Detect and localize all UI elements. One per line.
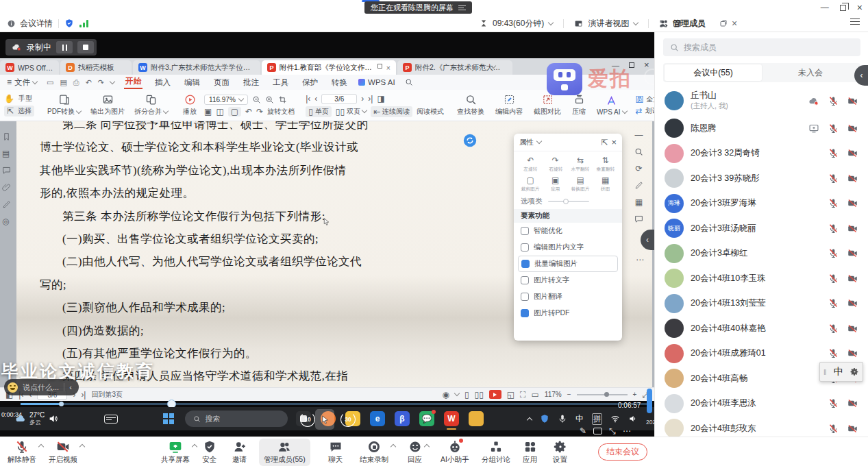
brush-tool-icon[interactable] <box>634 181 643 190</box>
chat-placeholder[interactable]: 说点什么... <box>23 382 59 393</box>
single-page-button[interactable]: ▯单页 <box>306 106 332 117</box>
meeting-details-label[interactable]: 会议详情 <box>20 18 53 29</box>
rotate-doc-label[interactable]: 旋转文档 <box>267 107 295 116</box>
props-tool-裁剪图片[interactable]: ▢裁剪图片 <box>518 175 543 193</box>
mic-muted-icon[interactable] <box>828 96 839 106</box>
camera-off-icon[interactable] <box>847 424 858 434</box>
props-tool-应用[interactable]: ▣应用 <box>543 175 569 193</box>
forward-30-button[interactable]: 30 <box>340 412 356 427</box>
wps-close-icon[interactable]: × <box>644 60 649 70</box>
close-panel-icon[interactable]: × <box>732 18 737 29</box>
prev-page-icon[interactable]: ‹ <box>314 95 317 103</box>
member-row[interactable]: 丘书山(主持人, 我) <box>655 86 868 116</box>
annotate-screen-icon[interactable] <box>593 428 602 434</box>
status-jump-label[interactable]: 回到第3页 <box>92 390 123 400</box>
layout-view-icon[interactable] <box>574 19 583 28</box>
zoom-value-box[interactable]: 116.97% <box>204 95 248 105</box>
weather-widget[interactable]: 27°C 多云 <box>15 407 45 430</box>
wps-ai-menu[interactable]: WPS AI <box>358 78 395 86</box>
panel-collapse-tab[interactable]: ‹ <box>854 65 868 86</box>
mic-muted-icon[interactable] <box>828 424 839 434</box>
status-rect-icon[interactable]: ▭ <box>532 391 539 399</box>
props-collapse-icon[interactable] <box>536 138 542 144</box>
toolbar-应用-button[interactable]: 应用 <box>518 439 542 466</box>
menu-search-icon[interactable] <box>405 78 413 86</box>
mic-muted-icon[interactable] <box>828 323 839 334</box>
zoom-out-icon[interactable] <box>252 95 261 104</box>
ime-floating-bar[interactable]: ‖ 中 <box>819 362 863 382</box>
tray-expand-icon[interactable] <box>527 417 532 422</box>
stamp-icon[interactable]: ◎ <box>2 217 11 225</box>
comment-icon[interactable] <box>2 166 11 175</box>
toolbar-AI小助手-button[interactable]: AI小助手 <box>436 439 473 466</box>
tab-close-icon[interactable]: × <box>386 64 390 72</box>
security-app-icon[interactable]: β <box>395 411 410 426</box>
camera-off-icon[interactable] <box>847 148 858 158</box>
full-translate-button[interactable]: 圆全文翻译 <box>636 95 654 104</box>
next-page-icon[interactable]: › <box>361 95 364 103</box>
timer-dropdown-icon[interactable] <box>548 19 554 25</box>
file-menu[interactable]: ≡文件 <box>7 77 37 88</box>
word-translate-button[interactable]: ⇄划词翻译 <box>636 106 654 116</box>
annotate-shrink-icon[interactable]: ⤡ <box>609 426 616 436</box>
tray-shield-icon[interactable] <box>540 414 549 424</box>
mic-muted-icon[interactable] <box>828 298 839 308</box>
split-merge-button[interactable]: 拆分合并 <box>132 94 170 116</box>
annotate-more-icon[interactable]: ⋯ <box>623 426 631 436</box>
menu-item-批注[interactable]: 批注 <box>242 77 260 88</box>
refresh-tool-icon[interactable]: ⟳ <box>635 164 642 173</box>
menu-item-页面[interactable]: 页面 <box>212 77 231 88</box>
camera-off-icon[interactable] <box>847 398 858 408</box>
find-replace-button[interactable]: 查找替换 <box>455 94 486 116</box>
mic-muted-icon[interactable] <box>828 148 839 158</box>
feature-智能优化[interactable]: 智能优化 <box>514 223 622 239</box>
feature-批量编辑图片[interactable]: 批量编辑图片 <box>518 256 618 272</box>
fit-page-icon[interactable]: ◫ <box>216 108 223 116</box>
member-row[interactable]: 陈恩腾 <box>655 116 868 141</box>
tooltip-menu-icon[interactable] <box>458 5 466 10</box>
recorder-handle[interactable] <box>647 389 652 413</box>
feedback-tool-icon[interactable] <box>634 214 643 223</box>
grid-tool-icon[interactable]: ▦ <box>635 198 643 206</box>
new-tab-button[interactable]: + <box>480 61 484 71</box>
camera-off-icon[interactable] <box>847 198 858 208</box>
status-zoom-plus[interactable]: + <box>633 391 637 398</box>
toolbar-邀请-button[interactable]: 邀请 <box>227 439 251 466</box>
quick-access-icons[interactable]: ▭▤⎙↶↷ <box>47 78 114 87</box>
rewind-10-button[interactable]: 10 <box>300 412 315 427</box>
camera-off-icon[interactable] <box>847 348 858 358</box>
rotate-left-icon[interactable]: ↶ <box>245 108 252 116</box>
camera-off-icon[interactable] <box>847 273 858 284</box>
status-play-button[interactable] <box>489 390 501 399</box>
pdf-convert-button[interactable]: PDF转换 <box>45 94 83 116</box>
chat-input-pill[interactable]: 说点什么... ‹ <box>4 379 79 395</box>
toolbar-开启视频-button[interactable]: 开启视频 <box>44 439 82 466</box>
crop-page-icon[interactable] <box>278 95 287 104</box>
hand-tool[interactable]: ✋手型 <box>4 94 34 103</box>
toolbar-解除静音-button[interactable]: 解除静音 <box>3 439 41 466</box>
camera-off-icon[interactable] <box>847 323 858 334</box>
mic-muted-icon[interactable] <box>828 248 839 258</box>
wps-tab-0[interactable]: WWPS Office <box>0 60 59 75</box>
tray-mic-icon[interactable] <box>558 414 567 424</box>
pause-recording-button[interactable] <box>56 41 73 53</box>
minimize-button[interactable]: — <box>821 3 829 12</box>
status-zoom-value[interactable]: 117% <box>545 391 562 398</box>
close-button[interactable]: × <box>857 2 863 13</box>
start-button[interactable] <box>163 413 174 424</box>
doc-more-dots-icon[interactable]: ⋯ <box>636 256 644 264</box>
caret-up-icon[interactable] <box>424 444 430 450</box>
tab-restore-icon[interactable] <box>377 64 382 69</box>
fit-width-icon[interactable]: ▣ <box>204 108 212 116</box>
status-frame-icon[interactable]: ⛶ <box>520 391 525 399</box>
member-row[interactable]: 20会计4班40林嘉艳 <box>655 316 868 341</box>
mic-muted-icon[interactable] <box>828 398 839 408</box>
continuous-read-button[interactable]: ⇤连续阅读 <box>371 106 412 117</box>
camera-off-icon[interactable] <box>847 96 858 106</box>
camera-off-icon[interactable] <box>847 123 858 134</box>
ime-mode-label[interactable]: 中 <box>834 366 843 378</box>
menu-item-开始[interactable]: 开始 <box>124 76 142 89</box>
props-tool-左旋转[interactable]: ↶左旋转 <box>518 156 543 173</box>
ie-app-icon[interactable]: e <box>370 411 385 426</box>
read-mode-button[interactable]: 阅读模式 <box>417 107 444 116</box>
